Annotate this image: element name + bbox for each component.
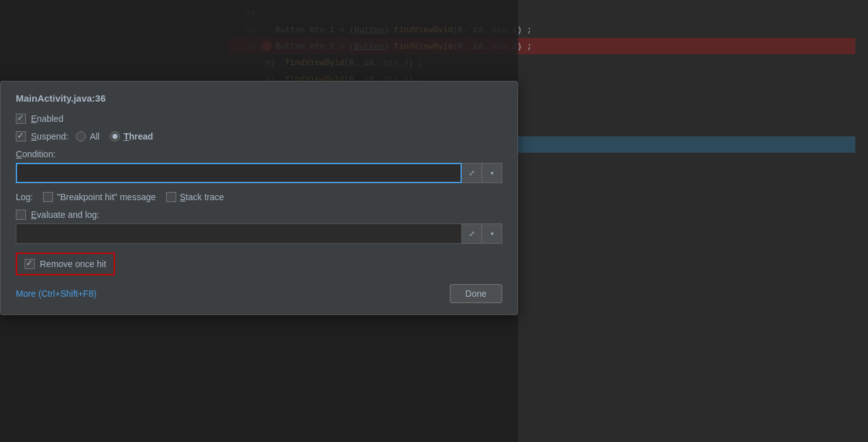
stack-trace-label[interactable]: Stack trace — [166, 192, 224, 202]
popup-footer: More (Ctrl+Shift+F8) Done — [16, 284, 502, 303]
evaluate-input[interactable] — [16, 224, 462, 244]
all-radio-label[interactable]: All — [76, 131, 100, 141]
breakpoint-hit-label[interactable]: "Breakpoint hit" message — [43, 192, 155, 202]
evaluate-checkbox-label[interactable]: Evaluate and log: — [16, 210, 99, 220]
enabled-row: Enabled — [16, 114, 502, 124]
stack-trace-text: Stack trace — [180, 192, 224, 202]
breakpoint-hit-checkbox[interactable] — [43, 192, 53, 202]
enabled-label[interactable]: Enabled — [16, 114, 63, 124]
thread-text: Thread — [124, 131, 154, 141]
evaluate-checkbox[interactable] — [16, 210, 26, 220]
thread-radio[interactable] — [110, 131, 120, 141]
remove-once-hit-text: Remove once hit — [40, 259, 106, 269]
condition-input[interactable] — [16, 163, 462, 183]
evaluate-text: Evaluate and log: — [31, 210, 99, 220]
log-row: Log: "Breakpoint hit" message Stack trac… — [16, 192, 502, 202]
enabled-checkbox[interactable] — [16, 114, 26, 124]
remove-once-hit-checkbox[interactable] — [25, 259, 35, 269]
thread-radio-label[interactable]: Thread — [110, 131, 154, 141]
breakpoint-hit-text: "Breakpoint hit" message — [57, 192, 155, 202]
log-label: Log: — [16, 192, 33, 202]
condition-label: Condition: — [16, 149, 502, 159]
remove-once-hit-label[interactable]: Remove once hit — [25, 259, 106, 269]
more-link[interactable]: More (Ctrl+Shift+F8) — [16, 289, 97, 299]
suspend-checkbox[interactable] — [16, 131, 26, 141]
remove-once-hit-row[interactable]: Remove once hit — [16, 253, 115, 275]
condition-expand-btn[interactable]: ⤢ — [462, 163, 482, 183]
evaluate-expand-btn[interactable]: ⤢ — [462, 224, 482, 244]
condition-input-row: ⤢ ▾ — [16, 163, 502, 183]
breakpoint-popup: MainActivity.java:36 Enabled Suspend: Al… — [0, 81, 518, 315]
evaluate-row: Evaluate and log: — [16, 210, 502, 220]
all-radio[interactable] — [76, 131, 86, 141]
all-text: All — [90, 131, 100, 141]
done-button[interactable]: Done — [450, 284, 502, 303]
stack-trace-checkbox[interactable] — [166, 192, 176, 202]
enabled-text: Enabled — [31, 114, 63, 124]
suspend-row: Suspend: All Thread — [16, 131, 502, 141]
condition-dropdown-btn[interactable]: ▾ — [482, 163, 502, 183]
popup-title: MainActivity.java:36 — [16, 93, 502, 104]
suspend-text: Suspend: — [31, 131, 68, 141]
evaluate-input-row: ⤢ ▾ — [16, 224, 502, 244]
suspend-checkbox-label[interactable]: Suspend: — [16, 131, 68, 141]
evaluate-dropdown-btn[interactable]: ▾ — [482, 224, 502, 244]
